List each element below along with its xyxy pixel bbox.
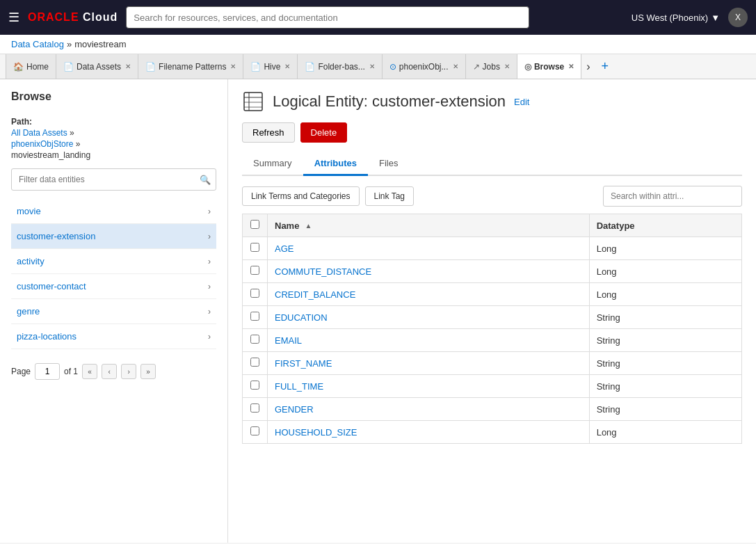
- path-link-all-data-assets[interactable]: All Data Assets: [11, 128, 67, 138]
- file-icon: 📄: [305, 62, 315, 72]
- tab-filename-patterns[interactable]: 📄 Filename Patterns ✕: [138, 54, 243, 79]
- tab-phoenixobj[interactable]: ⊙ phoenixObj... ✕: [382, 54, 466, 79]
- attribute-name-link[interactable]: EMAIL: [275, 335, 302, 346]
- close-hive-icon[interactable]: ✕: [284, 63, 290, 70]
- path-moviestream-landing: moviestream_landing: [11, 150, 216, 160]
- tab-data-assets[interactable]: 📄 Data Assets ✕: [56, 54, 138, 79]
- row-checkbox-cell: [243, 237, 268, 260]
- hamburger-icon[interactable]: ☰: [8, 10, 19, 25]
- entity-item-customer-contact[interactable]: customer-contact ›: [11, 274, 216, 299]
- global-search-input[interactable]: [126, 6, 529, 29]
- row-datatype-cell: Long: [589, 421, 741, 444]
- table-row: GENDER String: [243, 398, 742, 421]
- chevron-right-icon: ›: [208, 282, 211, 291]
- tab-jobs[interactable]: ↗ Jobs ✕: [465, 54, 517, 79]
- page-prev-button[interactable]: ‹: [102, 364, 117, 379]
- page-next-button[interactable]: ›: [121, 364, 136, 379]
- filter-input-wrap: 🔍: [11, 168, 216, 191]
- attribute-name-link[interactable]: AGE: [275, 243, 293, 254]
- row-checkbox-8[interactable]: [250, 426, 259, 435]
- tab-home[interactable]: 🏠 Home: [6, 54, 56, 79]
- row-checkbox-4[interactable]: [250, 335, 259, 344]
- chevron-right-icon: ›: [208, 307, 211, 317]
- page-first-button[interactable]: «: [82, 364, 97, 379]
- search-attributes-input[interactable]: [603, 186, 742, 207]
- close-browse-icon[interactable]: ✕: [568, 63, 574, 70]
- row-checkbox-5[interactable]: [250, 358, 259, 367]
- path-link-phoenixobjstore[interactable]: phoenixObjStore: [11, 139, 73, 149]
- attribute-name-link[interactable]: EDUCATION: [275, 312, 328, 323]
- attribute-name-link[interactable]: GENDER: [275, 404, 314, 415]
- table-row: AGE Long: [243, 237, 742, 260]
- page-title: Logical Entity: customer-extension: [273, 93, 506, 111]
- breadcrumb-catalog-link[interactable]: Data Catalog: [11, 39, 64, 49]
- filter-entities-input[interactable]: [11, 168, 216, 191]
- tab-overflow-icon[interactable]: ›: [581, 61, 595, 73]
- row-datatype-cell: String: [589, 329, 741, 352]
- attribute-name-link[interactable]: COMMUTE_DISTANCE: [275, 266, 371, 277]
- sort-name-icon: ▲: [305, 222, 312, 230]
- page-last-button[interactable]: »: [140, 364, 156, 379]
- profile-icon[interactable]: X: [728, 8, 748, 27]
- page-number-input[interactable]: [35, 363, 60, 380]
- entity-item-genre[interactable]: genre ›: [11, 299, 216, 324]
- browse-icon: ◎: [524, 62, 531, 72]
- row-checkbox-7[interactable]: [250, 403, 259, 413]
- row-datatype-cell: String: [589, 398, 741, 421]
- chevron-right-icon: ›: [208, 257, 211, 266]
- attribute-name-link[interactable]: FULL_TIME: [275, 381, 323, 392]
- tab-hive[interactable]: 📄 Hive ✕: [243, 54, 298, 79]
- select-all-checkbox[interactable]: [250, 220, 259, 229]
- table-toolbar: Link Terms and Categories Link Tag: [242, 186, 742, 207]
- link-tag-button[interactable]: Link Tag: [365, 186, 414, 206]
- close-phoenixobj-icon[interactable]: ✕: [453, 63, 458, 70]
- row-checkbox-cell: [243, 375, 268, 398]
- row-checkbox-0[interactable]: [250, 243, 259, 252]
- row-checkbox-6[interactable]: [250, 381, 259, 390]
- row-datatype-cell: String: [589, 352, 741, 375]
- row-name-cell: FULL_TIME: [268, 375, 590, 398]
- entity-item-movie[interactable]: movie ›: [11, 199, 216, 224]
- table-row: FIRST_NAME String: [243, 352, 742, 375]
- filter-search-icon[interactable]: 🔍: [200, 175, 211, 185]
- link-terms-button[interactable]: Link Terms and Categories: [242, 186, 360, 206]
- close-folder-icon[interactable]: ✕: [369, 63, 375, 70]
- close-jobs-icon[interactable]: ✕: [504, 63, 510, 70]
- th-name[interactable]: Name ▲: [268, 214, 590, 237]
- tab-browse[interactable]: ◎ Browse ✕: [517, 54, 581, 79]
- row-datatype-cell: Long: [589, 260, 741, 283]
- file-icon: 📄: [145, 62, 156, 72]
- close-filename-patterns-icon[interactable]: ✕: [230, 63, 236, 70]
- home-icon: 🏠: [13, 62, 24, 72]
- row-checkbox-3[interactable]: [250, 312, 259, 321]
- tab-summary[interactable]: Summary: [242, 152, 303, 176]
- edit-link[interactable]: Edit: [514, 97, 529, 107]
- row-checkbox-cell: [243, 329, 268, 352]
- entity-item-pizza-locations[interactable]: pizza-locations ›: [11, 324, 216, 349]
- row-name-cell: CREDIT_BALANCE: [268, 283, 590, 306]
- path-section: Path: All Data Assets » phoenixObjStore …: [11, 117, 216, 160]
- tab-add-icon[interactable]: +: [596, 59, 615, 74]
- tab-folder-bas[interactable]: 📄 Folder-bas... ✕: [297, 54, 382, 79]
- row-checkbox-2[interactable]: [250, 289, 259, 298]
- table-row: CREDIT_BALANCE Long: [243, 283, 742, 306]
- entity-item-activity[interactable]: activity ›: [11, 249, 216, 274]
- entity-item-customer-extension[interactable]: customer-extension ›: [11, 224, 216, 249]
- attribute-name-link[interactable]: HOUSEHOLD_SIZE: [275, 427, 357, 438]
- th-datatype: Datatype: [589, 214, 741, 237]
- row-checkbox-cell: [243, 352, 268, 375]
- content-area: Logical Entity: customer-extension Edit …: [228, 79, 756, 543]
- region-selector[interactable]: US West (Phoenix) ▼: [632, 13, 720, 23]
- attribute-name-link[interactable]: CREDIT_BALANCE: [275, 289, 355, 300]
- row-checkbox-cell: [243, 421, 268, 444]
- tab-files[interactable]: Files: [368, 152, 409, 176]
- row-name-cell: AGE: [268, 237, 590, 260]
- delete-button[interactable]: Delete: [300, 122, 348, 143]
- refresh-button[interactable]: Refresh: [242, 122, 295, 143]
- table-row: COMMUTE_DISTANCE Long: [243, 260, 742, 283]
- tab-attributes[interactable]: Attributes: [303, 152, 368, 176]
- row-checkbox-1[interactable]: [250, 266, 259, 275]
- close-data-assets-icon[interactable]: ✕: [125, 63, 131, 70]
- attribute-name-link[interactable]: FIRST_NAME: [275, 358, 332, 369]
- row-checkbox-cell: [243, 398, 268, 421]
